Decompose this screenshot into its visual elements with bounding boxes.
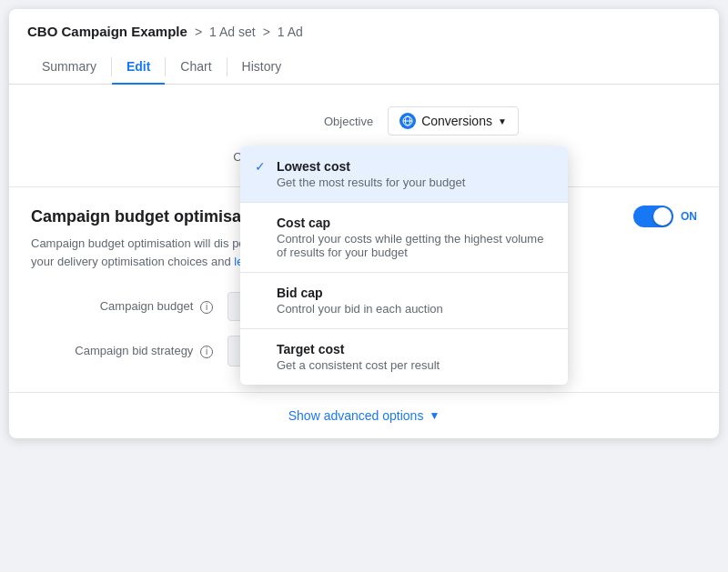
tab-summary[interactable]: Summary — [27, 50, 111, 85]
bid-strategy-dropdown-menu: ✓ Lowest cost Get the most results for y… — [240, 146, 568, 385]
dropdown-item-desc-2: Control your costs while getting the hig… — [255, 232, 553, 259]
dropdown-item-desc-3: Control your bid in each auction — [255, 302, 553, 316]
dropdown-item-title-2: Cost cap — [277, 216, 330, 230]
dropdown-item-lowest-cost[interactable]: ✓ Lowest cost Get the most results for y… — [240, 146, 568, 203]
dropdown-item-desc-1: Get the most results for your budget — [255, 176, 553, 189]
breadcrumb-main: CBO Campaign Example — [27, 24, 187, 39]
dropdown-item-header-1: ✓ Lowest cost — [255, 159, 553, 174]
advanced-options-link[interactable]: Show advanced options ▼ — [288, 408, 440, 423]
tab-edit[interactable]: Edit — [112, 50, 165, 85]
dropdown-item-desc-4: Get a consistent cost per result — [255, 358, 553, 372]
objective-row: Objective Conversions ▼ — [31, 99, 697, 143]
bid-strategy-label: Campaign bid strategy i — [31, 344, 213, 358]
objective-label: Objective — [209, 115, 373, 128]
globe-icon — [399, 113, 416, 129]
bid-strategy-row: Campaign bid strategy i Lowest cost ▼ ✓ — [31, 328, 697, 374]
dropdown-item-title-1: Lowest cost — [277, 159, 350, 174]
toggle-label: ON — [681, 210, 697, 223]
breadcrumb-ad: 1 Ad — [278, 25, 303, 39]
objective-chevron: ▼ — [498, 116, 507, 126]
breadcrumb: CBO Campaign Example > 1 Ad set > 1 Ad — [27, 24, 701, 39]
campaign-fields: Campaign budget i Campaign bid strategy … — [31, 285, 697, 374]
breadcrumb-sep2: > — [263, 25, 270, 39]
checkmark-icon: ✓ — [255, 159, 269, 174]
dropdown-item-header-3: ✓ Bid cap — [255, 286, 553, 300]
tab-bar: Summary Edit Chart History — [27, 50, 701, 84]
advanced-options-section: Show advanced options ▼ — [9, 393, 719, 438]
dropdown-item-cost-cap[interactable]: ✓ Cost cap Control your costs while gett… — [240, 203, 568, 273]
objective-value: Conversions ▼ — [388, 106, 519, 135]
content: Objective Conversions ▼ — [9, 85, 719, 438]
advanced-chevron-icon: ▼ — [429, 409, 440, 422]
tab-history[interactable]: History — [228, 50, 297, 85]
campaign-budget-section: Campaign budget optimisati... ON Campaig… — [9, 187, 719, 392]
dropdown-item-title-4: Target cost — [277, 342, 344, 356]
breadcrumb-adset: 1 Ad set — [209, 25, 256, 39]
dropdown-item-title-3: Bid cap — [277, 286, 323, 300]
breadcrumb-sep1: > — [195, 25, 202, 39]
dropdown-item-target-cost[interactable]: ✓ Target cost Get a consistent cost per … — [240, 329, 568, 385]
window-header: CBO Campaign Example > 1 Ad set > 1 Ad S… — [9, 9, 719, 85]
objective-value-text: Conversions — [421, 114, 492, 128]
toggle-container: ON — [633, 206, 697, 227]
dropdown-item-bid-cap[interactable]: ✓ Bid cap Control your bid in each aucti… — [240, 273, 568, 329]
main-window: CBO Campaign Example > 1 Ad set > 1 Ad S… — [9, 9, 719, 438]
budget-info-icon[interactable]: i — [200, 301, 213, 314]
dropdown-item-header-4: ✓ Target cost — [255, 342, 553, 356]
dropdown-item-header-2: ✓ Cost cap — [255, 216, 553, 230]
objective-dropdown[interactable]: Conversions ▼ — [388, 106, 519, 135]
budget-label: Campaign budget i — [31, 299, 213, 314]
section-title: Campaign budget optimisati... — [31, 207, 265, 226]
bid-strategy-info-icon[interactable]: i — [200, 346, 213, 358]
tab-chart[interactable]: Chart — [166, 50, 226, 85]
campaign-budget-toggle[interactable] — [633, 206, 673, 227]
